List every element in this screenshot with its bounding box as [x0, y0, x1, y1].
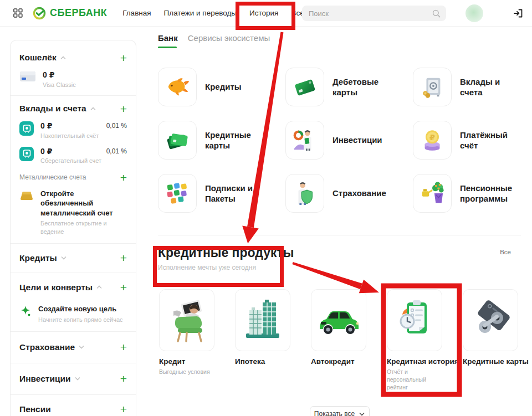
card-amount: 0 ₽ [43, 70, 76, 80]
tab-ecosystem-services[interactable]: Сервисы экосистемы [188, 33, 270, 48]
deposits-title[interactable]: Вклады и счета [19, 104, 86, 114]
logout-icon[interactable] [513, 8, 524, 19]
card-title: Кредит [159, 357, 214, 366]
product-label: Пенсионные программы [460, 183, 521, 204]
credit-products-header: Кредитные продукты Исполнение мечты уже … [158, 245, 521, 271]
top-header: СБЕРБАНК Главная Платежи и переводы Исто… [0, 0, 532, 27]
nav-history[interactable]: История [249, 9, 278, 17]
goal-promo-subtitle: Начните копить прямо сейчас [38, 316, 123, 323]
product-credits[interactable]: Кредиты [158, 68, 285, 106]
metal-accounts-label[interactable]: Металлические счета [19, 173, 86, 181]
chevron-down-icon[interactable] [75, 377, 80, 381]
wallet-title[interactable]: Кошелёк [19, 53, 57, 63]
card-credit-cards[interactable]: Кредитные карты [463, 289, 518, 392]
product-pension-programs[interactable]: Пенсионные программы [413, 174, 521, 213]
add-metal-account-button[interactable]: + [120, 172, 127, 183]
product-credit-cards[interactable]: Кредитные карты [158, 121, 285, 160]
savings-account-item[interactable]: 0 ₽ Сберегательный счет 0,01 % [19, 147, 127, 165]
accounts-sidebar: Кошелёк + 0 ₽ Visa Classic [10, 40, 136, 416]
card-title: Автокредит [311, 357, 366, 366]
visa-card-item[interactable]: 0 ₽ Visa Classic [19, 70, 127, 89]
sberbank-online-page: СБЕРБАНК Главная Платежи и переводы Исто… [0, 0, 532, 416]
add-deposit-button[interactable]: + [120, 103, 127, 115]
chevron-up-icon[interactable] [96, 285, 102, 289]
pensions-section: Пенсии + [11, 394, 136, 416]
insurance-section: Страхование + [11, 331, 136, 363]
investments-title[interactable]: Инвестиции [19, 374, 71, 384]
account-amount: 0 ₽ [40, 147, 101, 157]
add-goal-button[interactable]: + [120, 281, 127, 293]
card-title: Кредитные карты [463, 357, 518, 366]
tab-bank[interactable]: Банк [158, 33, 178, 48]
new-goal-promo[interactable]: Создайте новую цель Начните копить прямо… [19, 304, 127, 323]
product-label: Дебетовые карты [332, 76, 398, 98]
product-insurance[interactable]: Страхование [285, 174, 413, 213]
search-box [302, 6, 446, 21]
card-auto-loan[interactable]: Автокредит [311, 289, 366, 392]
investor-icon [285, 121, 324, 160]
credit-products-subtitle: Исполнение мечты уже сегодня [158, 264, 521, 271]
sparkle-icon [19, 305, 32, 317]
search-input[interactable] [302, 9, 432, 18]
chevron-up-icon[interactable] [60, 56, 66, 60]
pensions-title[interactable]: Пенсии [19, 404, 51, 414]
card-title: Кредитная история [387, 357, 442, 366]
armchair-person-icon [159, 289, 214, 351]
dark-card-percent-icon [463, 289, 518, 351]
search-icon [432, 9, 441, 18]
product-debit-cards[interactable]: Дебетовые карты [285, 68, 413, 106]
clipboard-clock-icon [387, 289, 442, 351]
see-all-link[interactable]: Все [500, 249, 511, 255]
add-investment-button[interactable]: + [120, 373, 127, 384]
nav-home[interactable]: Главная [122, 9, 151, 17]
apps-grid-icon[interactable] [13, 8, 23, 18]
card-credit-history[interactable]: Кредитная история Отчёт и персональный р… [387, 289, 442, 392]
add-pension-button[interactable]: + [120, 403, 127, 415]
add-wallet-button[interactable]: + [120, 52, 127, 64]
credits-title[interactable]: Кредиты [19, 253, 57, 263]
sberbank-logo-icon [33, 7, 46, 20]
show-all-label: Показать все [314, 410, 355, 416]
product-label: Кредиты [205, 81, 270, 93]
card-credit[interactable]: Кредит Выгодные условия [159, 289, 214, 392]
product-label: Вклады и счета [460, 76, 521, 98]
account-amount: 0 ₽ [40, 121, 99, 131]
product-subscriptions[interactable]: Подписки и Пакеты [158, 174, 285, 213]
green-car-icon [311, 289, 366, 351]
goals-title[interactable]: Цели и конверты [19, 283, 93, 292]
wallet-section: Кошелёк + 0 ₽ Visa Classic [11, 45, 136, 89]
products-grid: Кредиты Дебетовые карты [158, 68, 521, 213]
chevron-down-icon[interactable] [79, 345, 84, 349]
chevron-down-icon[interactable] [61, 256, 66, 260]
product-label: Страхование [332, 188, 398, 199]
deposits-section: Вклады и счета + 0 ₽ Накопит [11, 95, 136, 235]
logo-text: СБЕРБАНК [50, 7, 107, 19]
savings-account-item[interactable]: 0 ₽ Накопительный счёт 0,01 % [19, 121, 127, 140]
add-credit-button[interactable]: + [120, 252, 127, 264]
avatar[interactable] [466, 4, 483, 22]
show-all-button[interactable]: Показать все [310, 406, 370, 416]
svg-text:₽: ₽ [429, 133, 435, 142]
goldfish-icon [158, 68, 197, 106]
gold-ingot-icon [19, 190, 34, 201]
product-deposits[interactable]: Вклады и счета [413, 68, 521, 106]
shield-person-icon [285, 174, 324, 213]
product-investments[interactable]: Инвестиции [285, 121, 413, 160]
sberbank-logo[interactable]: СБЕРБАНК [33, 7, 107, 20]
card-subtitle: Отчёт и персональный рейтинг [387, 368, 448, 392]
product-payment-account[interactable]: ₽ Платёжный счёт [413, 121, 521, 160]
card-mortgage[interactable]: Ипотека [235, 289, 290, 392]
metal-account-promo[interactable]: Откройте обезличенный металлический счет… [19, 189, 127, 235]
add-insurance-button[interactable]: + [120, 341, 127, 353]
safe-icon [19, 147, 34, 161]
account-rate: 0,01 % [106, 147, 127, 155]
section-divider [158, 235, 521, 235]
card-title: Ипотека [235, 357, 290, 366]
nav-payments[interactable]: Платежи и переводы [164, 9, 237, 17]
insurance-title[interactable]: Страхование [19, 342, 75, 352]
chevron-up-icon[interactable] [90, 107, 96, 111]
metal-promo-subtitle: Бесплатное открытие и ведение [40, 219, 127, 235]
main-content: Банк Сервисы экосистемы Кредиты [158, 33, 521, 416]
plant-icon [413, 174, 452, 213]
investments-section: Инвестиции + [11, 363, 136, 394]
